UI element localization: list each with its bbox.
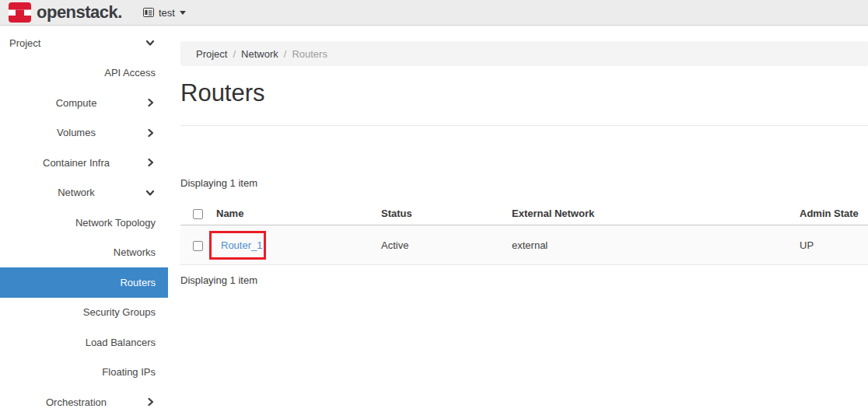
sidebar-item-label: Security Groups [83, 306, 168, 318]
breadcrumb-network-link[interactable]: Network [241, 48, 278, 60]
openstack-logo-icon [9, 2, 31, 23]
sidebar-item-label: Routers [120, 277, 168, 288]
router-external-network-cell: external [512, 225, 800, 265]
sidebar-item-label: Networks [114, 246, 168, 258]
sidebar-item-label: Container Infra [0, 157, 152, 169]
sidebar-item-container-infra[interactable]: Container Infra [0, 148, 168, 178]
sidebar-item-label: Network [0, 187, 152, 198]
sidebar-item-label: Compute [0, 97, 152, 109]
router-admin-state-cell: UP [800, 225, 868, 265]
breadcrumb-separator: / [227, 48, 241, 60]
sidebar-item-label: Project [0, 37, 40, 49]
table-count-bottom: Displaying 1 item [180, 274, 868, 286]
sidebar-nav: Project API Access Compute Volumes Conta… [0, 26, 168, 412]
router-name-cell: Router_1 [216, 225, 381, 265]
chevron-right-icon [145, 157, 156, 170]
select-all-checkbox[interactable] [193, 209, 203, 219]
table-count-top: Displaying 1 item [180, 177, 868, 189]
project-switcher-label: test [159, 7, 175, 19]
sidebar-item-load-balancers[interactable]: Load Balancers [0, 327, 168, 358]
sidebar-item-network-topology[interactable]: Network Topology [0, 208, 168, 238]
chevron-down-icon [145, 187, 156, 201]
routers-table: Name Status External Network Admin State… [180, 201, 868, 265]
brand-wordmark: openstack. [37, 4, 122, 21]
sidebar-item-network[interactable]: Network [0, 178, 168, 208]
breadcrumb-current: Routers [292, 48, 327, 60]
sidebar-item-project[interactable]: Project [0, 28, 168, 58]
sidebar-item-volumes[interactable]: Volumes [0, 118, 168, 148]
openstack-brand-link[interactable]: openstack. [9, 2, 122, 23]
main-content: Project / Network / Routers Routers Disp… [168, 26, 868, 412]
row-select-cell [180, 225, 216, 265]
table-header-row: Name Status External Network Admin State [180, 201, 868, 225]
select-all-cell [180, 201, 216, 225]
chevron-right-icon [145, 127, 156, 141]
column-header-external-network[interactable]: External Network [512, 201, 800, 225]
sidebar-item-label: Volumes [0, 127, 152, 138]
column-header-name[interactable]: Name [216, 201, 381, 225]
sidebar-item-label: Load Balancers [86, 337, 168, 348]
sidebar-item-networks[interactable]: Networks [0, 238, 168, 268]
sidebar-item-orchestration[interactable]: Orchestration [0, 387, 168, 412]
chevron-right-icon [145, 396, 156, 410]
router-name-link[interactable]: Router_1 [221, 239, 262, 251]
chevron-right-icon [145, 97, 156, 110]
title-divider [180, 125, 868, 126]
sidebar-item-label: Network Topology [75, 217, 168, 229]
column-header-status[interactable]: Status [381, 201, 512, 225]
chevron-down-icon [145, 37, 156, 51]
sidebar-item-compute[interactable]: Compute [0, 88, 168, 118]
caret-down-icon [180, 11, 186, 15]
router-status-cell: Active [381, 225, 512, 265]
page-title: Routers [180, 79, 868, 107]
breadcrumb: Project / Network / Routers [180, 41, 868, 66]
top-bar: openstack. test [0, 0, 868, 26]
table-row: Router_1 Active external UP [180, 225, 868, 265]
breadcrumb-project-link[interactable]: Project [196, 48, 227, 60]
sidebar-item-label: Orchestration [0, 396, 152, 408]
sidebar-item-label: API Access [104, 67, 168, 79]
project-switcher[interactable]: test [143, 7, 186, 19]
sidebar-item-label: Floating IPs [102, 366, 168, 378]
sidebar-item-routers[interactable]: Routers [0, 267, 168, 298]
breadcrumb-separator: / [278, 48, 292, 60]
sidebar-item-security-groups[interactable]: Security Groups [0, 298, 168, 328]
sidebar-item-api-access[interactable]: API Access [0, 58, 168, 89]
sidebar-item-floating-ips[interactable]: Floating IPs [0, 358, 168, 388]
column-header-admin-state[interactable]: Admin State [800, 201, 868, 225]
row-checkbox[interactable] [193, 241, 203, 251]
project-list-icon [143, 8, 154, 17]
